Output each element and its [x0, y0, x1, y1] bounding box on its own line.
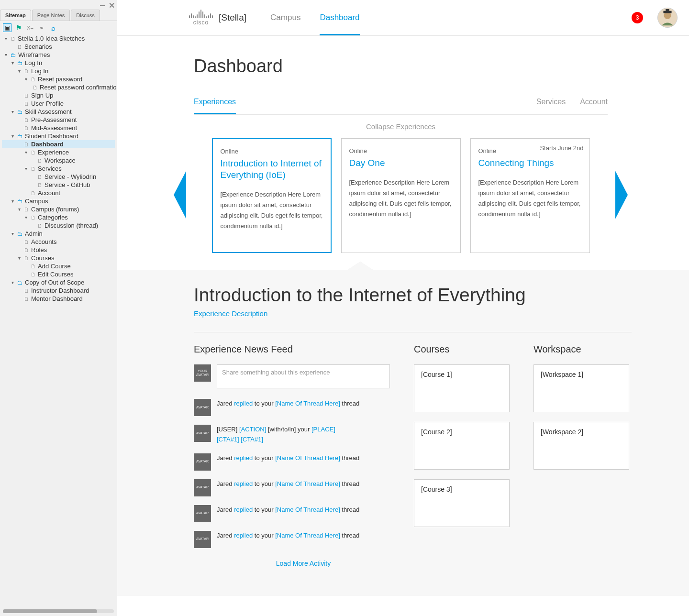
tree-node[interactable]: 🗋Discussion (thread): [2, 221, 115, 230]
tree-node[interactable]: ▾🗀Admin: [2, 230, 115, 238]
workspace-box[interactable]: [Workspace 2]: [533, 422, 629, 470]
page-icon: 🗋: [24, 68, 29, 74]
tree-node[interactable]: ▾🗋Experience: [2, 148, 115, 156]
sidebar-tabs: Sitemap Page Notes Discuss: [0, 10, 117, 21]
subtab-experiences[interactable]: Experiences: [194, 93, 236, 114]
tree-node[interactable]: ▾🗀Log In: [2, 59, 115, 67]
chevron-right-icon[interactable]: [615, 171, 628, 220]
minimize-icon[interactable]: [100, 5, 105, 6]
feed-place-link[interactable]: [PLACE]: [311, 426, 335, 433]
tree-label: Courses: [31, 254, 54, 262]
workspace-box[interactable]: [Workspace 1]: [533, 364, 629, 412]
tree-node[interactable]: ▾🗋Stella 1.0 Idea Sketches: [2, 34, 115, 43]
feed-action-link[interactable]: replied: [234, 454, 253, 462]
page-icon: 🗋: [37, 182, 43, 188]
folder-icon: 🗀: [17, 198, 23, 205]
tree-node[interactable]: ▾🗀Student Dashboard: [2, 132, 115, 140]
tree-node[interactable]: 🗋Account: [2, 189, 115, 197]
feed-item: AVATARJared replied to your [Name Of Thr…: [194, 505, 390, 522]
notification-badge[interactable]: 3: [632, 12, 643, 23]
page-icon: 🗋: [24, 239, 29, 245]
feed-text: Jared replied to your [Name Of Thread He…: [217, 479, 359, 489]
tree-node[interactable]: ▾🗋Campus (forums): [2, 205, 115, 213]
tree-node[interactable]: 🗋Add Course: [2, 262, 115, 270]
feed-place-link[interactable]: [Name Of Thread Here]: [275, 400, 340, 407]
subtab-services[interactable]: Services: [536, 93, 566, 114]
user-avatar[interactable]: [657, 8, 678, 28]
feed-action-link[interactable]: replied: [234, 506, 253, 513]
tree-node[interactable]: 🗋Accounts: [2, 238, 115, 246]
tree-node[interactable]: 🗋Dashboard: [2, 140, 115, 148]
tab-discuss[interactable]: Discuss: [71, 10, 100, 21]
feed-place-link[interactable]: [Name Of Thread Here]: [275, 532, 340, 539]
page-body: Dashboard Experiences Services Account C…: [117, 36, 689, 596]
tree-label: Accounts: [31, 238, 56, 245]
tab-page-notes[interactable]: Page Notes: [32, 10, 70, 21]
nav-dashboard[interactable]: Dashboard: [320, 0, 359, 35]
tree-node[interactable]: ▾🗀Copy of Out of Scope: [2, 278, 115, 286]
tree-label: Mid-Assessment: [31, 124, 77, 132]
tree-node[interactable]: 🗋Reset password confirmatio: [2, 83, 115, 91]
tree-label: Reset password confirmatio: [40, 84, 116, 91]
feed-text: Jared replied to your [Name Of Thread He…: [217, 399, 359, 409]
feed-cta-link[interactable]: [CTA#1]: [241, 436, 263, 443]
tree-label: Categories: [38, 214, 68, 221]
share-input[interactable]: Share something about this experience: [217, 364, 390, 388]
chevron-left-icon[interactable]: [174, 171, 186, 220]
experience-card[interactable]: Online Introduction to Internet of Every…: [212, 138, 332, 253]
tree-node[interactable]: 🗋Pre-Assessment: [2, 116, 115, 124]
feed-place-link[interactable]: [Name Of Thread Here]: [275, 480, 340, 487]
feed-action-link[interactable]: [ACTION]: [239, 426, 266, 433]
tree-node[interactable]: ▾🗋Reset password: [2, 75, 115, 83]
folder-icon: 🗀: [17, 231, 23, 237]
tree-label: Add Course: [38, 263, 71, 270]
tree-label: Pre-Assessment: [31, 116, 77, 123]
course-box[interactable]: [Course 3]: [414, 479, 510, 527]
load-more-link[interactable]: Load More Activity: [217, 560, 390, 567]
tree-node[interactable]: ▾🗋Courses: [2, 254, 115, 262]
tree-node[interactable]: 🗋Sign Up: [2, 91, 115, 99]
tree-node[interactable]: ▾🗋Log In: [2, 67, 115, 75]
feed-place-link[interactable]: [Name Of Thread Here]: [275, 506, 340, 513]
subtab-account[interactable]: Account: [580, 93, 608, 114]
close-icon[interactable]: ✕: [109, 1, 115, 10]
tree-node[interactable]: 🗋Mentor Dashboard: [2, 295, 115, 303]
tab-sitemap[interactable]: Sitemap: [0, 10, 31, 21]
tree-node[interactable]: ▾🗋Services: [2, 165, 115, 173]
experience-card[interactable]: Online Day One [Experience Description H…: [341, 138, 461, 253]
sidebar-scrollbar[interactable]: [3, 609, 114, 613]
tree-node[interactable]: 🗋Instructor Dashboard: [2, 286, 115, 295]
tree-node[interactable]: ▾🗀Skill Assessment: [2, 108, 115, 116]
feed-place-link[interactable]: [Name Of Thread Here]: [275, 454, 340, 462]
tree-node[interactable]: 🗋Service - Wyliodrin: [2, 173, 115, 181]
page-icon: 🗋: [24, 125, 29, 131]
course-box[interactable]: [Course 2]: [414, 422, 510, 470]
lock-icon[interactable]: ⚑: [14, 23, 23, 32]
tree-node[interactable]: 🗋User Profile: [2, 99, 115, 108]
feed-action-link[interactable]: replied: [234, 480, 253, 487]
nav-campus[interactable]: Campus: [270, 0, 300, 35]
collapse-experiences-link[interactable]: Collapse Experiences: [194, 115, 608, 135]
tree-node[interactable]: 🗋Scenarios: [2, 43, 115, 51]
link-icon[interactable]: ⚭: [37, 23, 46, 32]
tree-node[interactable]: 🗋Workspace: [2, 156, 115, 165]
experience-card[interactable]: Online Starts June 2nd Connecting Things…: [470, 138, 590, 253]
tree-label: Discussion (thread): [44, 222, 98, 229]
tree-node[interactable]: 🗋Service - GitHub: [2, 181, 115, 189]
page-icon[interactable]: ▣: [3, 23, 11, 32]
tree-node[interactable]: ▾🗋Categories: [2, 213, 115, 221]
feed-action-link[interactable]: replied: [234, 400, 253, 407]
tree-label: Roles: [31, 246, 47, 253]
feed-action-link[interactable]: replied: [234, 532, 253, 539]
tree-node[interactable]: 🗋Roles: [2, 246, 115, 254]
page-icon: 🗋: [31, 190, 36, 196]
experience-description-link[interactable]: Experience Description: [194, 309, 632, 318]
search-icon[interactable]: ⌕: [49, 23, 57, 32]
tree-node[interactable]: ▾🗀Wireframes: [2, 51, 115, 59]
feed-cta-link[interactable]: [CTA#1]: [217, 436, 239, 443]
course-box[interactable]: [Course 1]: [414, 364, 510, 412]
tree-node[interactable]: 🗋Edit Courses: [2, 270, 115, 278]
tree-node[interactable]: ▾🗀Campus: [2, 197, 115, 205]
tree-node[interactable]: 🗋Mid-Assessment: [2, 124, 115, 132]
xequals-icon[interactable]: X=: [26, 23, 34, 32]
